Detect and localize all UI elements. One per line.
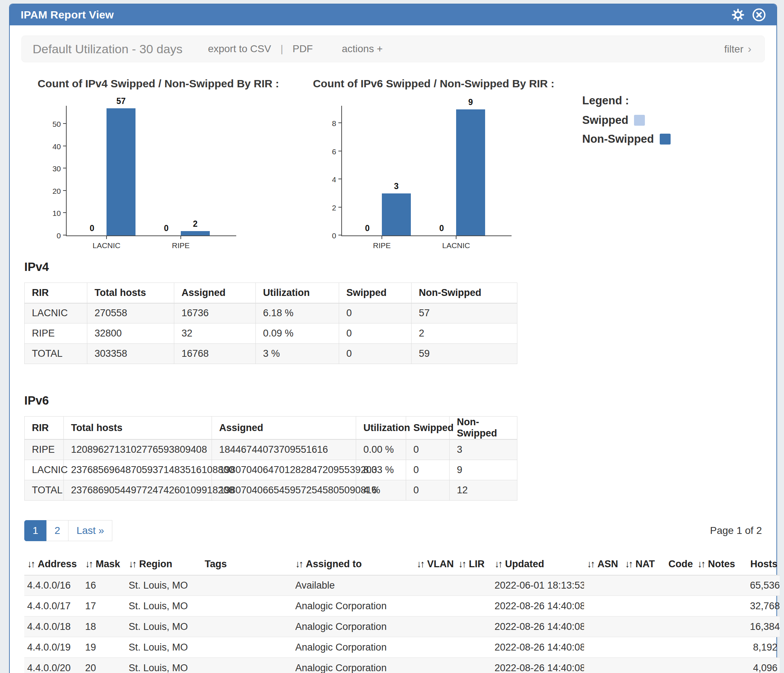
column-label: Swipped (346, 287, 387, 298)
legend-title: Legend : (582, 94, 670, 107)
ipv6-summary-table: RIRTotal hostsAssignedUtilizationSwipped… (24, 416, 517, 500)
bar-value-label: 0 (427, 224, 456, 233)
filter-label: filter (724, 44, 744, 55)
sort-icon: ↓↑ (27, 558, 34, 569)
x-axis-label: LACNIC (85, 241, 128, 250)
bar-non-swipped-lacnic[interactable] (456, 109, 485, 235)
table-cell (584, 596, 622, 617)
toolbar-separator: | (280, 43, 283, 55)
close-icon[interactable] (752, 8, 766, 22)
report-toolbar: Default Utilization - 30 days export to … (21, 36, 765, 62)
ipv6-chart: Count of IPv6 Swipped / Non-Swipped By R… (307, 78, 560, 236)
column-header-mask[interactable]: ↓↑Mask (82, 553, 126, 575)
table-cell: St. Louis, MO (126, 658, 202, 673)
table-cell: 3 % (256, 344, 339, 364)
table-cell: 8,192 (747, 637, 780, 658)
subnet-records-table: ↓↑Address↓↑Mask↓↑RegionTags↓↑Assigned to… (24, 553, 780, 673)
column-header-rir: RIR (25, 283, 87, 303)
y-axis-tick (338, 179, 342, 179)
table-cell (695, 637, 747, 658)
table-cell: 2022-08-26 14:40:08 (492, 617, 584, 637)
column-header-lir[interactable]: ↓↑LIR (456, 553, 492, 575)
report-title: Default Utilization - 30 days (33, 42, 183, 56)
table-cell: 19807040665459572545805090816 (212, 480, 356, 500)
column-label: Hosts (750, 558, 778, 569)
table-cell: 4.4.0.0/16 (24, 575, 82, 596)
legend-item-swipped: Swipped (582, 114, 670, 127)
table-cell: 19 (82, 637, 126, 658)
table-row[interactable]: 4.4.0.0/2020St. Louis, MOAnalogic Corpor… (24, 658, 780, 673)
filter-toggle[interactable]: filter› (724, 43, 751, 55)
table-cell: 2022-08-26 14:40:08 (492, 637, 584, 658)
table-cell (666, 596, 695, 617)
table-row[interactable]: 4.4.0.0/1616St. Louis, MOAvailable2022-0… (24, 575, 780, 596)
table-cell: 0 (406, 439, 450, 460)
bar-non-swipped-ripe[interactable] (382, 193, 411, 235)
table-cell (666, 637, 695, 658)
table-row[interactable]: 4.4.0.0/1717St. Louis, MOAnalogic Corpor… (24, 596, 780, 617)
window-title: IPAM Report View (21, 9, 114, 21)
page-button-1[interactable]: 1 (24, 520, 47, 541)
column-label: LIR (469, 558, 485, 569)
table-cell (414, 575, 456, 596)
column-header-updated[interactable]: ↓↑Updated (492, 553, 584, 575)
table-cell: RIPE (25, 323, 87, 344)
y-axis-tick (63, 168, 67, 168)
table-cell: 16 (82, 575, 126, 596)
table-row[interactable]: 4.4.0.0/1919St. Louis, MOAnalogic Corpor… (24, 637, 780, 658)
y-axis-label: 20 (39, 187, 61, 196)
column-label: Mask (96, 558, 120, 569)
table-cell: 32 (174, 323, 256, 344)
page-button-2[interactable]: 2 (47, 520, 69, 541)
x-axis-label: RIPE (159, 241, 202, 250)
table-cell: 2 (412, 323, 517, 344)
column-label: Assigned (182, 287, 226, 298)
column-header-tags: Tags (202, 553, 292, 575)
ipv4-chart-title: Count of IPv4 Swipped / Non-Swipped By R… (31, 78, 285, 93)
column-header-region[interactable]: ↓↑Region (126, 553, 202, 575)
legend-swatch-swipped (634, 115, 645, 126)
table-cell: Available (292, 575, 414, 596)
actions-menu-link[interactable]: actions + (342, 43, 383, 55)
table-header-row: ↓↑Address↓↑Mask↓↑RegionTags↓↑Assigned to… (24, 553, 780, 575)
column-header-assigned-to[interactable]: ↓↑Assigned to (292, 553, 414, 575)
column-header-nat[interactable]: ↓↑NAT (622, 553, 666, 575)
column-label: ASN (597, 558, 618, 569)
sort-icon: ↓↑ (587, 558, 594, 569)
sort-icon: ↓↑ (495, 558, 501, 569)
table-cell (622, 596, 666, 617)
ipv6-chart-plot: 02468RIPE03LACNIC09 (341, 106, 512, 236)
bar-non-swipped-lacnic[interactable] (107, 108, 135, 235)
gear-icon[interactable] (731, 8, 745, 22)
table-row[interactable]: 4.4.0.0/1818St. Louis, MOAnalogic Corpor… (24, 617, 780, 637)
export-pdf-link[interactable]: PDF (292, 43, 313, 55)
window-titlebar: IPAM Report View (10, 4, 776, 25)
bar-value-label: 0 (353, 224, 382, 233)
column-header-vlan[interactable]: ↓↑VLAN (414, 553, 456, 575)
bar-value-label: 57 (107, 96, 135, 106)
table-cell: 32,768 (747, 596, 780, 617)
column-header-utilization: Utilization (256, 283, 339, 303)
table-cell: LACNIC (25, 460, 64, 480)
legend-label-swipped: Swipped (582, 114, 628, 127)
chart-legend: Legend : Swipped Non-Swipped (582, 94, 670, 236)
bar-non-swipped-ripe[interactable] (181, 231, 210, 235)
table-cell: St. Louis, MO (126, 596, 202, 617)
column-header-asn[interactable]: ↓↑ASN (584, 553, 622, 575)
column-header-notes[interactable]: ↓↑Notes (695, 553, 747, 575)
table-cell: 0.00 % (356, 439, 406, 460)
column-header-hosts: Hosts (747, 553, 780, 575)
table-cell: Analogic Corporation (292, 596, 414, 617)
bar-value-label: 0 (78, 224, 107, 233)
column-header-address[interactable]: ↓↑Address (24, 553, 82, 575)
y-axis-label: 40 (39, 142, 61, 151)
column-header-total-hosts: Total hosts (87, 283, 174, 303)
table-header-row: RIRTotal hostsAssignedUtilizationSwipped… (25, 283, 517, 303)
table-cell: 3 (450, 439, 517, 460)
column-label: Notes (708, 558, 735, 569)
export-csv-link[interactable]: export to CSV (208, 43, 271, 55)
table-cell: 32800 (87, 323, 174, 344)
ipv4-section: IPv4 RIRTotal hostsAssignedUtilizationSw… (10, 260, 776, 364)
page-button-last[interactable]: Last » (68, 520, 112, 541)
y-axis-label: 10 (39, 209, 61, 218)
